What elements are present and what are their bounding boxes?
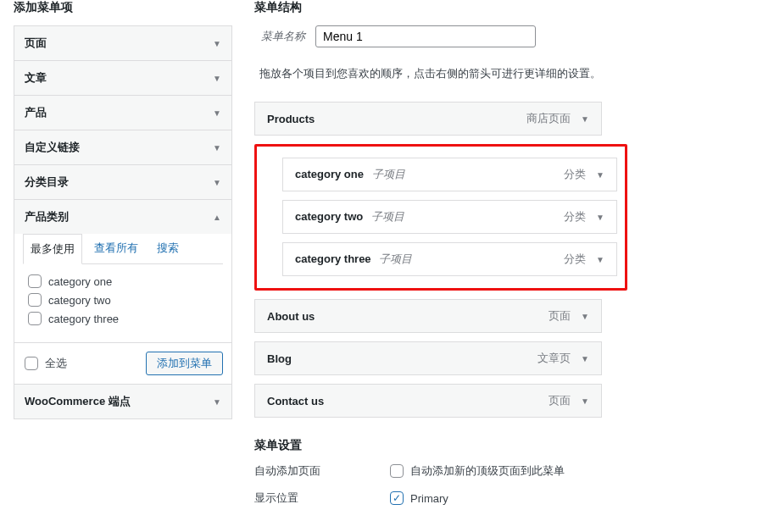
acc-pages-label: 页面 [25, 36, 47, 51]
checkbox-icon [28, 312, 42, 325]
acc-custom-links[interactable]: 自定义链接 ▼ [14, 130, 231, 164]
acc-products[interactable]: 产品 ▼ [14, 96, 231, 130]
category-tabs: 最多使用 查看所有 搜索 [23, 234, 223, 264]
menu-item-child[interactable]: category three 子项目 分类 ▼ [282, 242, 617, 276]
check-category-three[interactable]: category three [28, 312, 218, 325]
checkbox-icon [25, 357, 38, 370]
acc-product-categories-label: 产品类别 [25, 209, 69, 224]
chevron-down-icon: ▼ [213, 39, 221, 48]
location-primary-option[interactable]: Primary [390, 490, 448, 506]
auto-add-option[interactable]: 自动添加新的顶级页面到此菜单 [390, 463, 565, 479]
menu-item-title: category one 子项目 [295, 167, 405, 182]
chevron-down-icon[interactable]: ▼ [596, 255, 604, 264]
check-label: category two [48, 294, 111, 307]
chevron-down-icon: ▼ [213, 397, 221, 407]
chevron-down-icon: ▼ [213, 178, 221, 187]
menu-item-about[interactable]: About us 页面 ▼ [254, 299, 602, 333]
check-label: category one [48, 275, 112, 288]
menu-item-type: 页面 [549, 308, 571, 324]
auto-add-label: 自动添加页面 [254, 463, 390, 479]
menu-name-input[interactable] [315, 25, 536, 47]
chevron-down-icon[interactable]: ▼ [581, 396, 589, 406]
chevron-down-icon: ▼ [213, 108, 221, 118]
menu-item-type: 分类 [564, 209, 586, 224]
chevron-down-icon[interactable]: ▼ [596, 170, 604, 180]
menu-item-products[interactable]: Products 商店页面 ▼ [254, 102, 602, 136]
add-to-menu-button[interactable]: 添加到菜单 [146, 352, 223, 375]
menu-item-title: category three 子项目 [295, 252, 412, 267]
menu-item-type: 分类 [564, 252, 586, 267]
add-items-accordion: 页面 ▼ 文章 ▼ 产品 ▼ 自定义链接 ▼ [14, 25, 232, 419]
acc-wc-endpoints[interactable]: WooCommerce 端点 ▼ [14, 385, 231, 418]
acc-pages[interactable]: 页面 ▼ [14, 26, 231, 60]
menu-name-label: 菜单名称 [261, 29, 305, 44]
chevron-down-icon[interactable]: ▼ [596, 213, 604, 222]
chevron-down-icon[interactable]: ▼ [581, 114, 589, 124]
menu-item-title: category two 子项目 [295, 209, 404, 224]
acc-posts[interactable]: 文章 ▼ [14, 61, 231, 95]
menu-item-contact[interactable]: Contact us 页面 ▼ [254, 384, 602, 418]
sub-indicator: 子项目 [371, 210, 404, 223]
acc-categories-label: 分类目录 [25, 175, 69, 190]
category-checklist: category one category two category three [14, 264, 231, 334]
add-menu-items-heading: 添加菜单项 [14, 0, 232, 15]
menu-structure-heading: 菜单结构 [254, 0, 749, 15]
menu-item-type: 分类 [564, 167, 586, 182]
chevron-down-icon: ▼ [213, 74, 221, 83]
menu-item-type: 页面 [549, 393, 571, 408]
location-primary-label: Primary [410, 492, 448, 505]
display-location-label: 显示位置 [254, 490, 390, 506]
acc-product-categories[interactable]: 产品类别 ▲ [14, 200, 231, 234]
checkbox-icon [390, 464, 404, 478]
check-label: category three [48, 313, 119, 325]
menu-item-blog[interactable]: Blog 文章页 ▼ [254, 341, 602, 375]
menu-item-child[interactable]: category one 子项目 分类 ▼ [282, 158, 617, 191]
menu-item-child[interactable]: category two 子项目 分类 ▼ [282, 200, 617, 234]
sub-indicator: 子项目 [372, 168, 405, 180]
tab-view-all[interactable]: 查看所有 [87, 234, 145, 263]
chevron-down-icon: ▼ [213, 143, 221, 152]
tab-search[interactable]: 搜索 [150, 234, 186, 263]
acc-custom-links-label: 自定义链接 [25, 140, 80, 155]
checkbox-checked-icon [390, 491, 404, 505]
highlighted-children: category one 子项目 分类 ▼ category two 子项目 分… [254, 144, 627, 291]
menu-item-title: Contact us [267, 395, 324, 407]
menu-item-type: 文章页 [537, 351, 571, 366]
sub-indicator: 子项目 [379, 252, 412, 265]
acc-wc-endpoints-label: WooCommerce 端点 [25, 394, 131, 409]
acc-product-categories-body: 最多使用 查看所有 搜索 category one category two [14, 234, 231, 384]
menu-item-title: About us [267, 310, 315, 323]
acc-categories[interactable]: 分类目录 ▼ [14, 165, 231, 199]
check-category-one[interactable]: category one [28, 274, 218, 288]
chevron-down-icon[interactable]: ▼ [581, 354, 589, 363]
menu-item-type: 商店页面 [526, 111, 571, 126]
menu-item-title: Products [267, 113, 315, 125]
checkbox-icon [28, 293, 42, 307]
chevron-down-icon[interactable]: ▼ [581, 312, 589, 321]
acc-posts-label: 文章 [25, 70, 47, 86]
acc-products-label: 产品 [25, 105, 47, 120]
check-category-two[interactable]: category two [28, 293, 218, 307]
menu-item-title: Blog [267, 352, 292, 365]
select-all-label: 全选 [45, 356, 67, 371]
checkbox-icon [28, 274, 42, 288]
select-all[interactable]: 全选 [25, 356, 67, 371]
tab-most-used[interactable]: 最多使用 [23, 234, 82, 264]
auto-add-desc: 自动添加新的顶级页面到此菜单 [410, 463, 565, 479]
menu-settings-heading: 菜单设置 [254, 438, 749, 453]
structure-hint: 拖放各个项目到您喜欢的顺序，点击右侧的箭头可进行更详细的设置。 [259, 66, 749, 81]
chevron-up-icon: ▲ [213, 213, 221, 222]
